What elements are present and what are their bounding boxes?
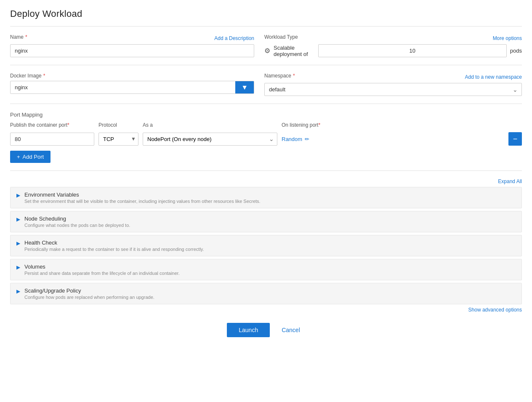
port-mapping-label: Port Mapping	[10, 112, 522, 118]
env-vars-header[interactable]: ▶ Environment Variables Set the environm…	[11, 187, 521, 208]
volumes-title: Volumes	[24, 264, 180, 270]
scaling-upgrade-title: Scaling/Upgrade Policy	[24, 288, 154, 294]
node-scheduling-desc: Configure what nodes the pods can be dep…	[24, 223, 130, 228]
show-advanced-link[interactable]: Show advanced options	[468, 307, 522, 313]
chevron-down-icon: ▼	[241, 84, 248, 91]
namespace-label: Namespace*	[264, 73, 295, 79]
expand-all-link[interactable]: Expand All	[498, 178, 522, 184]
env-vars-desc: Set the environment that will be visible…	[24, 199, 261, 204]
cancel-button[interactable]: Cancel	[277, 323, 305, 337]
name-label: Name*	[10, 34, 27, 40]
minus-icon: −	[513, 135, 518, 144]
health-check-desc: Periodically make a request to the conta…	[24, 247, 204, 252]
node-scheduling-arrow-icon: ▶	[16, 216, 20, 222]
port-field-label: Publish the container port*	[10, 122, 94, 128]
workload-description-suffix: pods	[510, 48, 522, 54]
env-vars-section: ▶ Environment Variables Set the environm…	[10, 187, 522, 208]
add-port-label: Add Port	[23, 154, 44, 160]
scaling-upgrade-arrow-icon: ▶	[16, 288, 20, 294]
volumes-header[interactable]: ▶ Volumes Persist and share data separat…	[11, 259, 521, 280]
asa-field-label: As a	[143, 122, 277, 128]
more-options-link[interactable]: More options	[493, 35, 522, 41]
volumes-section: ▶ Volumes Persist and share data separat…	[10, 259, 522, 280]
scaling-upgrade-header[interactable]: ▶ Scaling/Upgrade Policy Configure how p…	[11, 283, 521, 304]
listen-port-value: Random ✏	[282, 136, 309, 142]
health-check-title: Health Check	[24, 240, 204, 246]
scaling-upgrade-desc: Configure how pods are replaced when per…	[24, 295, 154, 300]
node-scheduling-title: Node Scheduling	[24, 216, 130, 222]
asa-select-wrap: NodePort (On every node) ClusterIP LoadB…	[143, 133, 277, 146]
add-description-link[interactable]: Add a Description	[214, 35, 254, 41]
namespace-select-wrap: default ⌄	[264, 83, 522, 96]
node-scheduling-section: ▶ Node Scheduling Configure what nodes t…	[10, 211, 522, 232]
docker-image-field: ▼	[10, 81, 254, 94]
asa-select[interactable]: NodePort (On every node) ClusterIP LoadB…	[143, 133, 277, 146]
protocol-select[interactable]: TCP UDP	[98, 133, 138, 146]
env-vars-arrow-icon: ▶	[16, 192, 20, 198]
add-port-button[interactable]: + Add Port	[10, 151, 51, 163]
scaling-upgrade-section: ▶ Scaling/Upgrade Policy Configure how p…	[10, 283, 522, 304]
remove-port-button[interactable]: −	[508, 132, 522, 146]
name-input[interactable]	[10, 44, 254, 57]
protocol-field-label: Protocol	[98, 122, 138, 128]
add-namespace-link[interactable]: Add to a new namespace	[465, 74, 522, 80]
protocol-select-wrap: TCP UDP ▼	[98, 133, 138, 146]
volumes-arrow-icon: ▶	[16, 264, 20, 270]
port-mapping-row: TCP UDP ▼ NodePort (On every node) Clust…	[10, 132, 522, 146]
node-scheduling-header[interactable]: ▶ Node Scheduling Configure what nodes t…	[11, 211, 521, 232]
health-check-section: ▶ Health Check Periodically make a reque…	[10, 235, 522, 256]
docker-image-input[interactable]	[11, 81, 235, 93]
health-check-arrow-icon: ▶	[16, 240, 20, 246]
docker-dropdown-button[interactable]: ▼	[235, 81, 254, 93]
container-port-input[interactable]	[10, 133, 94, 146]
workload-icon: ⚙	[264, 47, 270, 55]
volumes-desc: Persist and share data separate from the…	[24, 271, 180, 276]
page-title: Deploy Workload	[10, 8, 522, 19]
pods-count-input[interactable]	[318, 44, 507, 57]
footer-buttons: Launch Cancel	[10, 316, 522, 341]
namespace-select[interactable]: default	[264, 83, 522, 96]
workload-description-prefix: Scalable deployment of	[274, 45, 315, 57]
launch-button[interactable]: Launch	[227, 323, 270, 337]
random-label: Random	[282, 136, 302, 142]
plus-icon: +	[17, 154, 20, 160]
docker-image-label: Docker Image*	[10, 73, 254, 79]
collapsible-sections: Expand All ▶ Environment Variables Set t…	[10, 178, 522, 304]
edit-listen-port-icon[interactable]: ✏	[305, 136, 309, 142]
health-check-header[interactable]: ▶ Health Check Periodically make a reque…	[11, 235, 521, 256]
workload-type-label: Workload Type	[264, 34, 298, 40]
env-vars-title: Environment Variables	[24, 192, 261, 198]
listen-field-label: On listening port*	[282, 122, 320, 128]
